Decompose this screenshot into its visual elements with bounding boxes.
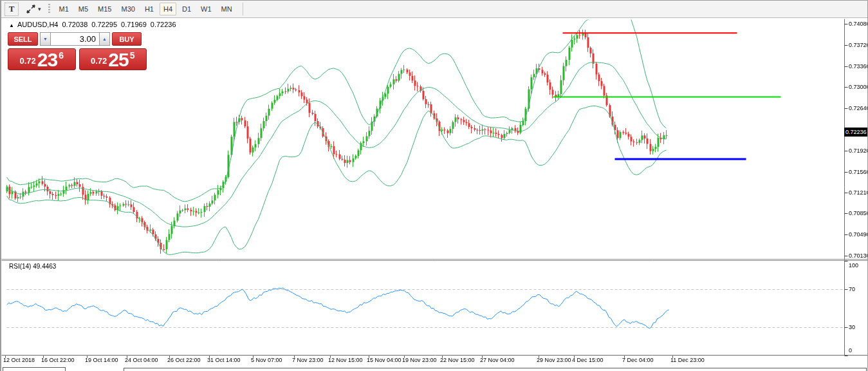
time-axis-label: 12 Nov 15:00	[328, 357, 363, 363]
price-axis-label: 0.70850	[849, 210, 868, 216]
rsi-axis-label: 100	[849, 262, 858, 269]
sell-button[interactable]: SELL	[8, 32, 38, 46]
arrows-tool-button[interactable]: ▾	[24, 3, 43, 16]
rsi-axis-label: 30	[849, 324, 855, 330]
rsi-value: 49.4463	[33, 263, 56, 270]
timeframe-button-m5[interactable]: M5	[75, 3, 92, 15]
toolbar: T ▾ M1M5M15M30H1H4D1W1MN	[1, 1, 868, 18]
timeframe-button-mn[interactable]: MN	[217, 3, 236, 15]
price-axis-label: 0.72640	[849, 105, 868, 111]
timeframe-button-h4[interactable]: H4	[160, 3, 176, 15]
arrows-icon	[26, 4, 36, 14]
time-axis-label: 7 Nov 23:00	[292, 357, 324, 363]
price-axis-label: 0.73000	[849, 84, 868, 90]
bottom-panel-edge	[3, 367, 66, 371]
text-tool-button[interactable]: T	[5, 3, 19, 16]
text-tool-icon: T	[9, 4, 15, 14]
close-value: 0.72236	[151, 21, 176, 28]
time-axis-label: 31 Oct 14:00	[207, 357, 241, 363]
volume-increase-button[interactable]: ▲	[99, 32, 110, 46]
price-axis-label: 0.71560	[849, 169, 868, 175]
mt4-window: T ▾ M1M5M15M30H1H4D1W1MN ▲AUDUSD,H40.720…	[0, 0, 868, 371]
time-axis-label: 11 Dec 23:00	[670, 357, 705, 363]
buy-price-tile[interactable]: 0.72 25 5	[79, 48, 147, 70]
price-axis-label: 0.74080	[849, 21, 868, 27]
time-axis-label: 16 Oct 22:00	[41, 357, 75, 363]
sell-price-pip: 6	[59, 50, 64, 61]
timeframe-button-w1[interactable]: W1	[197, 3, 216, 15]
timeframe-button-d1[interactable]: D1	[178, 3, 195, 15]
high-value: 0.72295	[91, 21, 117, 28]
chevron-down-icon: ▾	[38, 6, 41, 12]
buy-price-pip: 5	[130, 50, 135, 61]
price-axis-label: 0.71210	[849, 189, 868, 196]
one-click-trade-panel: SELL ▼ ▲ BUY 0.72 23 6 0.72 25 5	[8, 32, 147, 70]
sell-price-prefix: 0.72	[20, 57, 36, 65]
timeframe-button-h1[interactable]: H1	[141, 3, 158, 15]
time-axis-label: 19 Nov 23:00	[402, 357, 437, 363]
open-value: 0.72038	[62, 21, 88, 28]
time-axis-label: 4 Dec 15:00	[572, 357, 604, 363]
time-axis-label: 15 Nov 04:00	[367, 357, 402, 363]
time-axis-label: 12 Oct 2018	[3, 357, 35, 363]
buy-price-big: 25	[108, 52, 128, 68]
time-axis-label: 26 Oct 22:00	[167, 357, 201, 363]
time-axis-label: 24 Oct 04:00	[125, 357, 158, 363]
symbol-period-label: AUDUSD,H4	[17, 21, 59, 28]
current-price-tag: 0.72236	[844, 128, 868, 137]
chart-title: ▲AUDUSD,H40.720380.722950.719690.72236	[9, 21, 176, 28]
bottom-panel-edge	[124, 368, 867, 371]
toolbar-grip[interactable]	[48, 4, 50, 14]
sell-price-big: 23	[37, 52, 57, 68]
time-axis-label: 22 Nov 15:00	[440, 357, 475, 363]
sell-price-tile[interactable]: 0.72 23 6	[8, 48, 76, 70]
rsi-indicator-label: RSI(14) 49.4463	[9, 263, 56, 270]
time-axis-label: 7 Dec 04:00	[622, 357, 654, 363]
price-axis-label: 0.73360	[849, 63, 868, 70]
triangle-up-icon: ▲	[102, 37, 107, 41]
rsi-axis-label: 70	[849, 286, 855, 292]
time-axis-label: 27 Nov 04:00	[480, 357, 515, 363]
rsi-name: RSI(14)	[9, 263, 31, 270]
price-axis-label: 0.70130	[849, 252, 868, 259]
timeframe-button-m15[interactable]: M15	[94, 3, 115, 15]
price-axis-label: 0.71920	[849, 147, 868, 154]
time-axis-label: 19 Oct 14:00	[85, 357, 118, 363]
collapse-arrow-icon[interactable]: ▲	[9, 23, 14, 28]
triangle-down-icon: ▼	[43, 37, 48, 41]
toolbar-separator	[243, 3, 243, 15]
price-axis-label: 0.70490	[849, 231, 868, 238]
buy-button[interactable]: BUY	[112, 32, 142, 46]
timeframe-button-m30[interactable]: M30	[118, 3, 139, 15]
low-value: 0.71969	[121, 21, 147, 28]
time-axis-label: 5 Nov 07:00	[251, 357, 282, 363]
rsi-axis-label: 0	[849, 347, 852, 354]
time-axis-label: 29 Nov 23:00	[537, 357, 571, 363]
volume-decrease-button[interactable]: ▼	[40, 32, 51, 46]
volume-input[interactable]	[51, 32, 99, 46]
price-axis-label: 0.73720	[849, 42, 868, 48]
buy-price-prefix: 0.72	[91, 57, 107, 65]
timeframe-button-m1[interactable]: M1	[55, 3, 73, 15]
timeframe-group: M1M5M15M30H1H4D1W1MN	[55, 3, 236, 15]
